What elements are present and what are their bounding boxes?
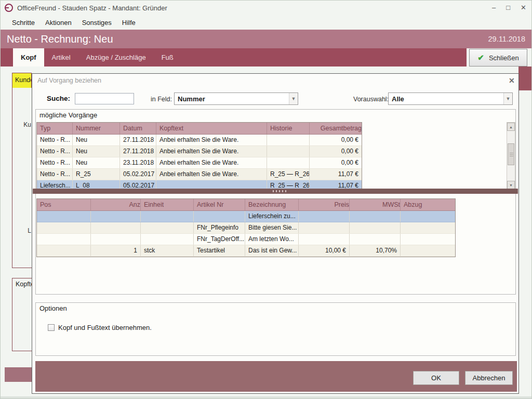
vorgaenge-groupbox: mögliche Vorgänge Typ Nummer Datum Kopft…: [35, 109, 516, 295]
table-cell: [401, 222, 455, 233]
column-header-abzug[interactable]: Abzug: [401, 199, 455, 210]
column-header-preis[interactable]: Preis: [299, 199, 350, 210]
table-row[interactable]: Netto - R...Neu27.11.2018Anbei erhalten …: [37, 135, 362, 146]
splitter-grip-icon: [273, 190, 288, 192]
menu-item-sonstiges[interactable]: Sonstiges: [82, 19, 112, 26]
table-cell: [37, 211, 91, 222]
menu-item-aktionen[interactable]: Aktionen: [45, 19, 72, 26]
column-header-historie[interactable]: Historie: [267, 123, 310, 134]
window-title: OfficeFreund - Stauden Spatz - Mandant: …: [17, 4, 167, 12]
page-title: Netto - Rechnung: Neu: [7, 30, 113, 48]
table-cell: 23.11.2018: [120, 157, 156, 168]
column-header-mwst[interactable]: MWSt: [350, 199, 401, 210]
minimize-button[interactable]: –: [492, 4, 496, 11]
abbrechen-button[interactable]: Abbrechen: [465, 371, 513, 385]
table-cell: [401, 245, 455, 256]
vorgaenge-table-header: Typ Nummer Datum Kopftext Historie Gesam…: [37, 123, 362, 135]
tab-kopf[interactable]: Kopf: [13, 48, 44, 66]
window-bottom-strip: [1, 396, 532, 399]
dialog-close-icon[interactable]: ✕: [509, 76, 515, 85]
table-row[interactable]: FNr_TagDerOff...Am letzten Wo...: [37, 234, 455, 245]
table-cell: [267, 157, 310, 168]
table-cell: [37, 234, 91, 245]
table-cell: Neu: [73, 146, 120, 157]
table-cell: [350, 222, 401, 233]
table-cell: [350, 234, 401, 245]
table-cell: [141, 211, 194, 222]
table-cell: 27.11.2018: [120, 135, 156, 145]
table-cell: Netto - R...: [37, 157, 73, 168]
table-cell: 27.11.2018: [120, 146, 156, 157]
splitter-handle[interactable]: [33, 189, 518, 194]
dialog-footer: OK Abbrechen: [35, 361, 517, 392]
vorgaenge-table: Typ Nummer Datum Kopftext Historie Gesam…: [36, 122, 362, 190]
table-row[interactable]: Netto - R...Neu27.11.2018Anbei erhalten …: [37, 146, 362, 157]
table-cell: [299, 222, 350, 233]
positionen-table-header: Pos Anz Einheit Artikel Nr Bezeichnung P…: [37, 199, 455, 211]
vorauswahl-select[interactable]: Alle ▼: [388, 92, 513, 105]
table-cell: 1: [91, 245, 141, 256]
column-header-bezeichnung[interactable]: Bezeichnung: [245, 199, 299, 210]
kopf-fusstext-checkbox-label[interactable]: Kopf und Fußtext übernehmen.: [58, 324, 152, 331]
scrollbar-down-button[interactable]: ▼: [507, 181, 515, 189]
column-header-pos[interactable]: Pos: [37, 199, 91, 210]
table-cell: 10,70%: [350, 245, 401, 256]
column-header-einheit[interactable]: Einheit: [141, 199, 194, 210]
menu-item-hilfe[interactable]: Hilfe: [122, 19, 136, 26]
table-cell: [37, 245, 91, 256]
column-header-kopftext[interactable]: Kopftext: [156, 123, 267, 134]
table-cell: Am letzten Wo...: [245, 234, 299, 245]
table-cell: 05.02.2017: [120, 169, 156, 180]
table-cell: 11,07 €: [310, 169, 362, 180]
ok-button[interactable]: OK: [413, 371, 459, 385]
table-cell: FNr_TagDerOff...: [194, 234, 245, 245]
kopf-fusstext-checkbox[interactable]: [48, 324, 55, 331]
scrollbar-up-button[interactable]: ▲: [507, 123, 515, 131]
check-icon: ✔: [477, 53, 484, 62]
table-cell: [91, 211, 141, 222]
tab-abzuege-zuschlaege[interactable]: Abzüge / Zuschläge: [78, 48, 154, 66]
in-feld-select[interactable]: Nummer ▼: [174, 92, 298, 105]
maximize-button[interactable]: □: [506, 4, 510, 11]
table-cell: Anbei erhalten Sie die Ware.: [156, 169, 267, 180]
chevron-down-icon: ▼: [289, 93, 298, 104]
column-header-nummer[interactable]: Nummer: [73, 123, 120, 134]
app-logo-icon: [5, 4, 13, 12]
close-window-button[interactable]: ✕: [521, 4, 526, 11]
tab-fuss[interactable]: Fuß: [154, 48, 181, 66]
optionen-group-label: Optionen: [39, 304, 67, 312]
table-row[interactable]: Netto - R...Neu23.11.2018Anbei erhalten …: [37, 157, 362, 169]
table-cell: Netto - R...: [37, 146, 73, 157]
table-row[interactable]: Lieferschein zu...: [37, 211, 455, 222]
vertical-scrollbar[interactable]: ▲ ▼: [507, 122, 515, 190]
vorauswahl-label: Vorauswahl:: [353, 96, 389, 103]
column-header-typ[interactable]: Typ: [37, 123, 73, 134]
positionen-table: Pos Anz Einheit Artikel Nr Bezeichnung P…: [36, 198, 456, 257]
menu-item-schritte[interactable]: Schritte: [12, 19, 35, 26]
table-cell: Bitte giesen Sie...: [245, 222, 299, 233]
kunde-tab[interactable]: Kunde: [12, 73, 32, 88]
occluded-button-bar: [5, 367, 32, 382]
table-cell: Neu: [73, 157, 120, 168]
column-header-gesamtbetrag[interactable]: Gesamtbetrag: [310, 123, 362, 134]
kunde-groupbox: Ku L: [12, 88, 32, 268]
table-cell: Netto - R...: [37, 135, 73, 145]
app-window: OfficeFreund - Stauden Spatz - Mandant: …: [0, 0, 532, 399]
positionen-table-body: Lieferschein zu...FNr_PflegeinfoBitte gi…: [37, 211, 455, 257]
table-row[interactable]: Netto - R...R_2505.02.2017Anbei erhalten…: [37, 169, 362, 180]
menubar: Schritte Aktionen Sonstiges Hilfe: [1, 15, 532, 30]
table-row[interactable]: FNr_PflegeinfoBitte giesen Sie...: [37, 222, 455, 234]
table-cell: 0,00 €: [310, 157, 362, 168]
column-header-artikel-nr[interactable]: Artikel Nr: [194, 199, 245, 210]
search-input[interactable]: [75, 93, 134, 104]
schliessen-button[interactable]: ✔ Schließen: [469, 49, 527, 66]
table-cell: [401, 234, 455, 245]
header-band: Netto - Rechnung: Neu 29.11.2018: [1, 30, 532, 48]
tab-artikel[interactable]: Artikel: [44, 48, 78, 66]
table-cell: [91, 222, 141, 233]
table-row[interactable]: 1stckTestartikelDas ist ein Gew...10,00 …: [37, 245, 455, 257]
column-header-datum[interactable]: Datum: [120, 123, 156, 134]
column-header-anz[interactable]: Anz: [91, 199, 141, 210]
table-cell: 10,00 €: [299, 245, 350, 256]
scrollbar-thumb[interactable]: [508, 143, 514, 165]
